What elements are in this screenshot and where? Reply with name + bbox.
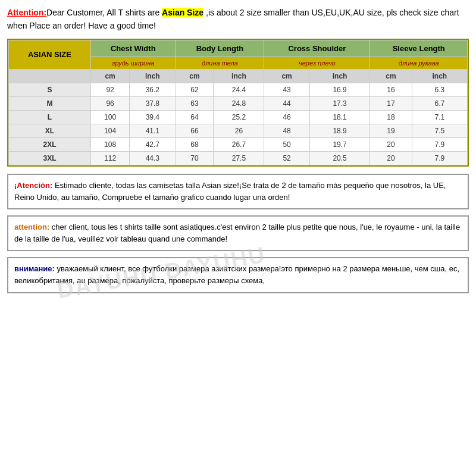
cell-sleeve-in: 7.5 (412, 124, 467, 137)
cell-chest-cm: 112 (90, 151, 129, 165)
cell-sleeve-in: 7.9 (412, 151, 467, 165)
notice-box-2: внимание: уважаемый клиент, все футболки… (7, 257, 469, 293)
cell-body-in: 24.4 (214, 83, 264, 96)
unit-shoulder-inch: inch (309, 69, 370, 83)
cell-shoulder-in: 19.7 (309, 137, 370, 151)
cell-body-in: 24.8 (214, 96, 264, 110)
notice-text-2: уважаемый клиент, все футболки размера а… (14, 264, 459, 285)
table-row: S 92 36.2 62 24.4 43 16.9 16 6.3 (9, 83, 468, 96)
cell-chest-in: 39.4 (130, 110, 176, 124)
cell-sleeve-cm: 18 (370, 110, 412, 124)
cell-body-in: 26.7 (214, 137, 264, 151)
subheader-sleeve: длина рукава (370, 57, 468, 69)
cell-size: M (9, 96, 91, 110)
table-header-row-3: cm inch cm inch cm inch cm inch (9, 69, 468, 83)
cell-sleeve-in: 7.1 (412, 110, 467, 124)
cell-size: L (9, 110, 91, 124)
cell-sleeve-cm: 19 (370, 124, 412, 137)
col-sleeve-length: Sleeve Length (370, 40, 468, 57)
cell-chest-cm: 92 (90, 83, 129, 96)
cell-shoulder-in: 18.1 (309, 110, 370, 124)
unit-chest-cm: cm (90, 69, 129, 83)
table-row: 3XL 112 44.3 70 27.5 52 20.5 20 7.9 (9, 151, 468, 165)
cell-shoulder-cm: 50 (264, 137, 309, 151)
cell-shoulder-cm: 43 (264, 83, 309, 96)
unit-body-cm: cm (176, 69, 214, 83)
cell-chest-cm: 100 (90, 110, 129, 124)
notice-label-0: ¡Atención: (14, 181, 52, 190)
cell-body-cm: 70 (176, 151, 214, 165)
cell-body-cm: 68 (176, 137, 214, 151)
cell-sleeve-in: 7.9 (412, 137, 467, 151)
cell-chest-in: 37.8 (130, 96, 176, 110)
col-chest-width: Chest Width (90, 40, 176, 57)
cell-body-cm: 62 (176, 83, 214, 96)
cell-chest-in: 36.2 (130, 83, 176, 96)
cell-size: 3XL (9, 151, 91, 165)
cell-shoulder-cm: 46 (264, 110, 309, 124)
cell-shoulder-in: 20.5 (309, 151, 370, 165)
cell-body-cm: 63 (176, 96, 214, 110)
cell-body-in: 26 (214, 124, 264, 137)
notices-container: ¡Atención: Estimado cliente, todas las c… (7, 174, 469, 293)
attention-text1: Dear Customer, All T shirts are (46, 8, 162, 17)
cell-size: 2XL (9, 137, 91, 151)
unit-sleeve-cm: cm (370, 69, 412, 83)
table-row: M 96 37.8 63 24.8 44 17.3 17 6.7 (9, 96, 468, 110)
notice-box-1: attention: cher client, tous les t shirt… (7, 215, 469, 251)
table-row: 2XL 108 42.7 68 26.7 50 19.7 20 7.9 (9, 137, 468, 151)
subheader-chest: грудь ширина (90, 57, 176, 69)
cell-shoulder-in: 17.3 (309, 96, 370, 110)
attention-label: Attention: (7, 8, 46, 17)
size-table: ASIAN SIZE Chest Width Body Length Cross… (8, 40, 468, 165)
cell-shoulder-cm: 52 (264, 151, 309, 165)
notice-label-2: внимание: (14, 264, 55, 273)
table-header-row-1: ASIAN SIZE Chest Width Body Length Cross… (9, 40, 468, 57)
cell-shoulder-in: 16.9 (309, 83, 370, 96)
cell-shoulder-cm: 48 (264, 124, 309, 137)
cell-body-cm: 64 (176, 110, 214, 124)
subheader-shoulder: через плечо (264, 57, 370, 69)
table-row: L 100 39.4 64 25.2 46 18.1 18 7.1 (9, 110, 468, 124)
unit-sleeve-inch: inch (412, 69, 467, 83)
size-chart-container: DAYUHU DAYUHU ASIAN SIZE Chest Width Bod… (7, 39, 469, 167)
cell-sleeve-cm: 16 (370, 83, 412, 96)
cell-shoulder-in: 18.9 (309, 124, 370, 137)
attention-banner: Attention:Dear Customer, All T shirts ar… (7, 6, 469, 33)
cell-shoulder-cm: 44 (264, 96, 309, 110)
col-asian-size: ASIAN SIZE (9, 40, 91, 69)
col-cross-shoulder: Cross Shoulder (264, 40, 370, 57)
unit-size (9, 69, 91, 83)
notice-box-0: ¡Atención: Estimado cliente, todas las c… (7, 174, 469, 209)
asian-size-highlight: Asian Size (162, 8, 203, 17)
size-table-body: S 92 36.2 62 24.4 43 16.9 16 6.3 M 96 37… (9, 83, 468, 165)
unit-chest-inch: inch (130, 69, 176, 83)
cell-body-in: 25.2 (214, 110, 264, 124)
unit-shoulder-cm: cm (264, 69, 309, 83)
col-body-length: Body Length (176, 40, 264, 57)
cell-chest-in: 44.3 (130, 151, 176, 165)
notice-text-0: Estimado cliente, todas las camisetas ta… (14, 181, 446, 202)
cell-sleeve-cm: 20 (370, 137, 412, 151)
cell-sleeve-in: 6.3 (412, 83, 467, 96)
cell-chest-cm: 108 (90, 137, 129, 151)
cell-body-cm: 66 (176, 124, 214, 137)
cell-chest-cm: 104 (90, 124, 129, 137)
cell-chest-cm: 96 (90, 96, 129, 110)
table-row: XL 104 41.1 66 26 48 18.9 19 7.5 (9, 124, 468, 137)
subheader-body: длина тела (176, 57, 264, 69)
cell-chest-in: 41.1 (130, 124, 176, 137)
cell-size: XL (9, 124, 91, 137)
notice-label-1: attention: (14, 223, 49, 231)
cell-size: S (9, 83, 91, 96)
cell-sleeve-in: 6.7 (412, 96, 467, 110)
cell-chest-in: 42.7 (130, 137, 176, 151)
unit-body-inch: inch (214, 69, 264, 83)
cell-sleeve-cm: 17 (370, 96, 412, 110)
cell-body-in: 27.5 (214, 151, 264, 165)
cell-sleeve-cm: 20 (370, 151, 412, 165)
notice-text-1: cher client, tous les t shirts taille so… (14, 223, 460, 243)
